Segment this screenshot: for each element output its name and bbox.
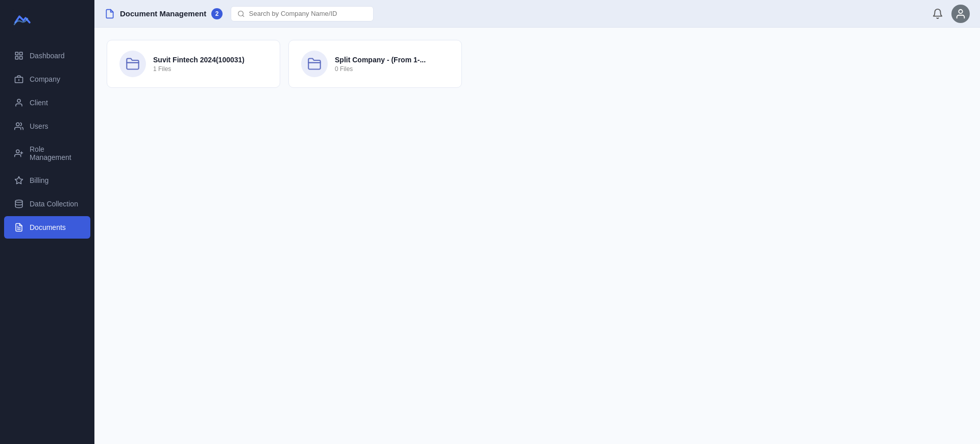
users-icon [14, 122, 23, 131]
svg-line-17 [242, 15, 244, 16]
svg-point-13 [15, 200, 22, 203]
sidebar-item-role-management[interactable]: Role Management [4, 138, 90, 168]
svg-rect-2 [20, 52, 22, 55]
sidebar-item-label: Company [30, 75, 60, 83]
sidebar-item-documents[interactable]: Documents [4, 216, 90, 239]
content-area: Suvit Fintech 2024(100031) 1 Files Split… [94, 28, 980, 444]
svg-marker-12 [15, 177, 23, 184]
folder-name-1: Split Company - (From 1-... [335, 56, 426, 64]
folder-files-1: 0 Files [335, 65, 426, 73]
sidebar: Dashboard Company Client Users Role Mana [0, 0, 94, 444]
search-box[interactable] [231, 6, 374, 21]
svg-point-18 [959, 9, 962, 13]
topbar-right [932, 5, 970, 23]
notifications-button[interactable] [932, 8, 943, 19]
sidebar-item-client[interactable]: Client [4, 91, 90, 114]
data-collection-icon [14, 199, 23, 208]
sidebar-item-data-collection[interactable]: Data Collection [4, 193, 90, 215]
document-management-icon [105, 9, 115, 19]
folder-open-icon-1 [307, 57, 322, 71]
sidebar-item-label: Client [30, 99, 48, 107]
sidebar-item-label: Documents [30, 223, 66, 231]
sidebar-item-users[interactable]: Users [4, 115, 90, 137]
page-title: Document Management [120, 9, 206, 18]
svg-rect-3 [15, 57, 18, 59]
bell-icon [932, 8, 943, 19]
cards-grid: Suvit Fintech 2024(100031) 1 Files Split… [107, 40, 968, 88]
company-icon [14, 75, 23, 84]
folder-card-1[interactable]: Split Company - (From 1-... 0 Files [288, 40, 462, 88]
sidebar-item-company[interactable]: Company [4, 68, 90, 90]
document-count-badge: 2 [211, 8, 223, 19]
folder-name-0: Suvit Fintech 2024(100031) [153, 56, 244, 64]
main-content: Document Management 2 [94, 0, 980, 444]
svg-point-9 [16, 150, 19, 153]
sidebar-item-label: Dashboard [30, 52, 65, 60]
sidebar-item-dashboard[interactable]: Dashboard [4, 44, 90, 67]
topbar: Document Management 2 [94, 0, 980, 28]
folder-files-0: 1 Files [153, 65, 244, 73]
billing-icon [14, 176, 23, 185]
sidebar-item-label: Billing [30, 176, 48, 184]
app-logo-icon [10, 9, 32, 31]
documents-icon [14, 223, 23, 232]
sidebar-item-label: Role Management [30, 145, 80, 161]
search-icon [237, 10, 245, 18]
topbar-title-area: Document Management 2 [105, 8, 223, 19]
client-icon [14, 98, 23, 107]
svg-point-8 [16, 123, 19, 126]
folder-icon-wrap-0 [119, 51, 146, 77]
folder-icon-wrap-1 [301, 51, 328, 77]
logo-area [0, 0, 94, 40]
dashboard-icon [14, 51, 23, 60]
role-icon [14, 149, 23, 158]
avatar-icon [955, 8, 966, 19]
search-input[interactable] [249, 10, 367, 17]
svg-point-7 [17, 99, 20, 102]
svg-rect-4 [20, 57, 22, 59]
folder-card-0[interactable]: Suvit Fintech 2024(100031) 1 Files [107, 40, 280, 88]
sidebar-item-billing[interactable]: Billing [4, 169, 90, 192]
sidebar-nav: Dashboard Company Client Users Role Mana [0, 40, 94, 243]
sidebar-item-label: Data Collection [30, 200, 78, 208]
sidebar-item-label: Users [30, 122, 48, 130]
user-avatar[interactable] [951, 5, 970, 23]
folder-info-0: Suvit Fintech 2024(100031) 1 Files [153, 56, 244, 73]
folder-info-1: Split Company - (From 1-... 0 Files [335, 56, 426, 73]
folder-open-icon-0 [126, 57, 140, 71]
svg-rect-1 [15, 52, 18, 55]
